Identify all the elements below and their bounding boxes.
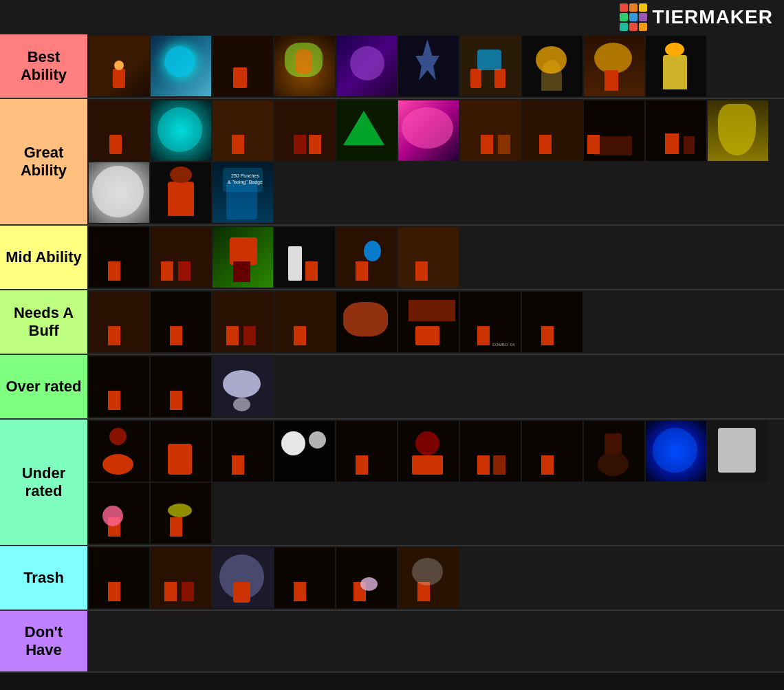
list-item[interactable]: [522, 36, 582, 96]
list-item[interactable]: [89, 356, 149, 417]
list-item[interactable]: [213, 227, 273, 288]
tiermaker-logo: TierMaker: [620, 3, 773, 31]
list-item[interactable]: [213, 292, 273, 352]
list-item[interactable]: [89, 548, 149, 608]
tiermaker-logo-text: TierMaker: [653, 6, 773, 28]
list-item[interactable]: [89, 36, 149, 96]
list-item[interactable]: [151, 292, 211, 352]
list-item[interactable]: [584, 36, 644, 96]
tier-content-over: [87, 355, 784, 418]
list-item[interactable]: [274, 36, 335, 96]
list-item[interactable]: [460, 36, 521, 96]
logo-cell: [629, 13, 638, 21]
list-item[interactable]: [274, 292, 335, 352]
tier-row-great: Great Ability 250 Punches& "boing" Badge: [0, 99, 784, 226]
list-item[interactable]: [151, 227, 211, 288]
list-item[interactable]: [708, 100, 768, 161]
list-item[interactable]: [336, 548, 397, 608]
list-item[interactable]: [336, 36, 397, 96]
tier-label-needs: Needs A Buff: [0, 290, 87, 354]
list-item[interactable]: [213, 548, 273, 608]
logo-cell: [639, 3, 647, 12]
list-item[interactable]: [336, 292, 397, 352]
list-item[interactable]: [274, 100, 335, 161]
list-item[interactable]: [460, 421, 521, 482]
logo-cell: [629, 3, 638, 12]
tier-content-trash: [87, 546, 784, 610]
tier-label-best: Best Ability: [0, 34, 87, 98]
list-item[interactable]: [522, 100, 582, 161]
tier-label-donthave: Don't Have: [0, 611, 87, 671]
list-item[interactable]: 250 Punches& "boing" Badge: [213, 162, 273, 223]
tier-row-trash: Trash: [0, 546, 784, 611]
list-item[interactable]: [89, 100, 149, 161]
list-item[interactable]: [646, 36, 706, 96]
list-item[interactable]: [398, 227, 459, 288]
logo-cell: [620, 23, 628, 31]
tier-label-under: Under rated: [0, 420, 87, 545]
tier-table: Best Ability Great Ability: [0, 34, 784, 673]
list-item[interactable]: [274, 548, 335, 608]
tier-content-mid: [87, 226, 784, 289]
list-item[interactable]: [89, 162, 149, 223]
tier-row-mid: Mid Ability: [0, 226, 784, 290]
list-item[interactable]: [522, 421, 582, 482]
logo-grid-icon: [620, 3, 647, 31]
list-item[interactable]: [336, 100, 397, 161]
tier-content-best: [87, 34, 784, 98]
tier-row-best: Best Ability: [0, 34, 784, 99]
logo-cell: [629, 23, 638, 31]
tier-content-needs: COMBO: 0X: [87, 290, 784, 354]
tier-row-over: Over rated: [0, 355, 784, 420]
list-item[interactable]: [89, 227, 149, 288]
list-item[interactable]: [274, 421, 335, 482]
logo-cell: [620, 13, 628, 21]
list-item[interactable]: [151, 421, 211, 482]
list-item[interactable]: COMBO: 0X: [460, 292, 521, 352]
tier-row-under: Under rated: [0, 420, 784, 546]
logo-cell: [639, 13, 647, 21]
list-item[interactable]: [460, 100, 521, 161]
list-item[interactable]: [584, 100, 644, 161]
tier-row-needs: Needs A Buff COMBO: 0X: [0, 290, 784, 355]
list-item[interactable]: [151, 36, 211, 96]
logo-cell: [639, 23, 647, 31]
tier-content-under: [87, 420, 784, 545]
list-item[interactable]: [336, 227, 397, 288]
tier-row-donthave: Don't Have: [0, 611, 784, 673]
list-item[interactable]: [213, 356, 273, 417]
list-item[interactable]: [646, 421, 706, 482]
list-item[interactable]: [151, 548, 211, 608]
list-item[interactable]: [151, 100, 211, 161]
list-item[interactable]: [213, 421, 273, 482]
header: TierMaker: [0, 0, 784, 34]
list-item[interactable]: [336, 421, 397, 482]
list-item[interactable]: [398, 100, 459, 161]
logo-cell: [620, 3, 628, 12]
list-item[interactable]: [89, 483, 149, 543]
list-item[interactable]: [89, 292, 149, 352]
tier-label-over: Over rated: [0, 355, 87, 418]
list-item[interactable]: [398, 421, 459, 482]
list-item[interactable]: [213, 100, 273, 161]
list-item[interactable]: [89, 421, 149, 482]
list-item[interactable]: [646, 100, 706, 161]
list-item[interactable]: [522, 292, 582, 352]
tier-label-mid: Mid Ability: [0, 226, 87, 289]
list-item[interactable]: [398, 548, 459, 608]
tier-content-donthave: [87, 611, 784, 671]
list-item[interactable]: [584, 421, 644, 482]
tier-content-great: 250 Punches& "boing" Badge: [87, 99, 784, 224]
list-item[interactable]: [151, 483, 211, 543]
list-item[interactable]: [274, 227, 335, 288]
tier-label-trash: Trash: [0, 546, 87, 610]
tier-label-great: Great Ability: [0, 99, 87, 224]
list-item[interactable]: [151, 162, 211, 223]
list-item[interactable]: [151, 356, 211, 417]
list-item[interactable]: [708, 421, 768, 482]
list-item[interactable]: [398, 36, 459, 96]
list-item[interactable]: [213, 36, 273, 96]
list-item[interactable]: [398, 292, 459, 352]
